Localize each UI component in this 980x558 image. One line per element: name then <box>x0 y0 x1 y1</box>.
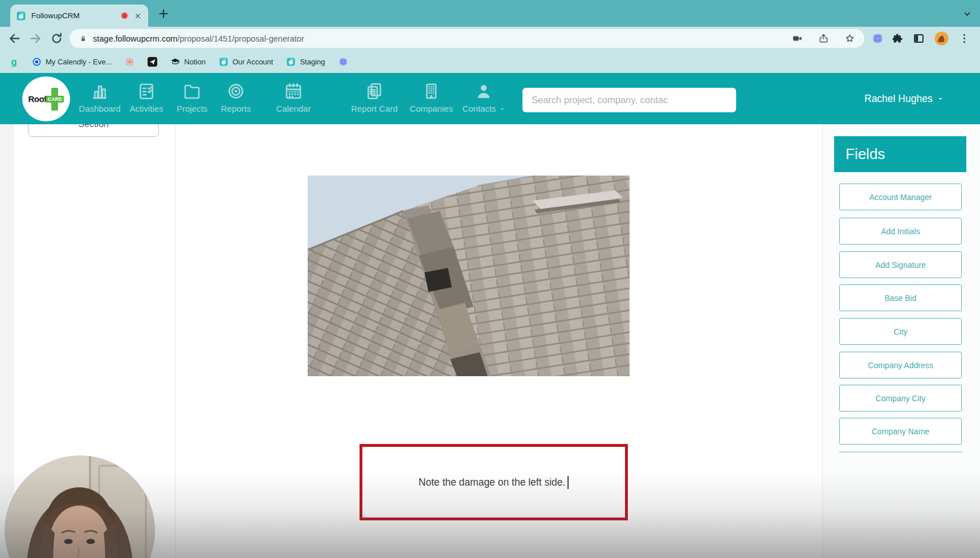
tab-bar: FollowupCRM <box>0 0 980 27</box>
back-button[interactable] <box>7 31 22 46</box>
bookmark-notion[interactable]: Notion <box>170 57 206 67</box>
roof-photo[interactable] <box>308 176 630 376</box>
search-input[interactable] <box>522 88 736 112</box>
logo-cross-icon: CARE <box>46 88 64 111</box>
paper-plane-icon <box>148 57 157 67</box>
logo-word-roof: Roof <box>28 94 47 104</box>
reload-button[interactable] <box>50 31 64 46</box>
nav-label: Reports <box>221 104 251 113</box>
bookmark-my-calendly-eve[interactable]: My Calendly - Eve... <box>32 57 112 67</box>
bookmark-label: My Calendly - Eve... <box>46 58 112 66</box>
caret-down-icon <box>499 106 505 112</box>
nav-contacts[interactable]: Contacts <box>448 79 519 113</box>
tab-close-icon[interactable] <box>133 11 142 21</box>
bookmark-our-account[interactable]: Our Account <box>219 57 273 67</box>
browser-tab[interactable]: FollowupCRM <box>10 5 148 27</box>
section-button[interactable]: Section <box>28 124 159 137</box>
followupcrm-favicon-icon <box>286 57 296 67</box>
browser-toolbar: stage.followupcrm.com/proposal/1451/prop… <box>0 27 980 50</box>
menu-dots-icon[interactable] <box>958 32 970 44</box>
field-button-company-city[interactable]: Company City <box>839 385 962 412</box>
fields-panel: Fields Account ManagerAdd InitialsAdd Si… <box>822 124 980 558</box>
bookmark-grammarly-icon[interactable]: g <box>9 57 19 67</box>
calendly-icon <box>32 57 42 67</box>
tab-list-chevron-icon[interactable] <box>962 9 973 19</box>
starburst-extension-icon[interactable] <box>872 32 884 44</box>
person-icon <box>448 79 519 103</box>
bookmark-star-icon[interactable] <box>844 33 855 44</box>
bookmarks-bar: gMy Calendly - Eve...NotionOur AccountSt… <box>0 50 980 73</box>
field-button-add-initials[interactable]: Add Initials <box>839 218 962 245</box>
nav-label: Report Card <box>351 104 398 113</box>
sidebar-toggle-icon[interactable] <box>913 32 925 44</box>
graduation-cap-icon <box>170 57 180 67</box>
followupcrm-favicon-icon <box>16 11 26 21</box>
url-text: stage.followupcrm.com/proposal/1451/prop… <box>93 34 304 43</box>
calendar-icon <box>258 79 329 103</box>
field-button-add-signature[interactable]: Add Signature <box>839 251 962 278</box>
grammarly-icon: g <box>9 57 19 67</box>
camera-icon[interactable] <box>792 33 803 44</box>
hubspot-icon <box>125 57 134 67</box>
proposal-page: Note the damage on the left side. <box>175 124 822 558</box>
chrome-profile-avatar[interactable] <box>933 30 950 47</box>
bookmark-starburst-icon[interactable] <box>338 57 348 67</box>
user-menu-chevron-icon[interactable] <box>937 73 944 124</box>
followupcrm-favicon-icon <box>219 57 228 67</box>
starburst-icon <box>338 57 348 67</box>
lock-icon[interactable] <box>79 34 88 43</box>
app-header: Roof CARE DashboardActivitiesProjectsRep… <box>0 73 980 124</box>
bookmark-paper-plane-icon[interactable] <box>148 57 157 67</box>
bookmark-staging[interactable]: Staging <box>286 57 325 67</box>
address-bar[interactable]: stage.followupcrm.com/proposal/1451/prop… <box>70 29 864 48</box>
user-name[interactable]: Rachel Hughes <box>864 73 933 124</box>
field-button-city[interactable]: City <box>839 318 962 345</box>
forward-button[interactable] <box>28 31 43 46</box>
bookmark-label: Staging <box>300 58 325 66</box>
nav-label: Contacts <box>462 104 496 113</box>
browser-window: FollowupCRM stage.followupcrm.com/propos… <box>0 0 980 558</box>
recording-indicator-icon <box>121 12 128 19</box>
new-tab-button[interactable] <box>157 7 170 20</box>
field-button-account-manager[interactable]: Account Manager <box>839 184 962 210</box>
nav-label: Companies <box>410 104 453 113</box>
bookmark-label: Notion <box>184 58 206 66</box>
fields-divider <box>839 451 962 453</box>
fields-panel-title: Fields <box>834 136 966 172</box>
puzzle-extensions-icon[interactable] <box>892 32 904 44</box>
tab-title: FollowupCRM <box>31 11 116 20</box>
bookmark-label: Our Account <box>232 58 273 66</box>
nav-label: Calendar <box>276 104 311 113</box>
field-button-base-bid[interactable]: Base Bid <box>839 284 962 311</box>
bookmark-hubspot-icon[interactable] <box>125 57 134 67</box>
logo-word-care: CARE <box>46 96 64 102</box>
field-button-company-name[interactable]: Company Name <box>839 418 962 445</box>
caption-text: Note the damage on the left side. <box>419 476 566 488</box>
nav-calendar[interactable]: Calendar <box>258 79 329 113</box>
caption-textbox[interactable]: Note the damage on the left side. <box>360 444 628 520</box>
content-area: Section <box>0 124 980 558</box>
roofcare-logo[interactable]: Roof CARE <box>22 76 70 121</box>
field-button-company-address[interactable]: Company Address <box>839 352 962 378</box>
share-icon[interactable] <box>818 33 829 44</box>
text-cursor <box>567 476 569 489</box>
